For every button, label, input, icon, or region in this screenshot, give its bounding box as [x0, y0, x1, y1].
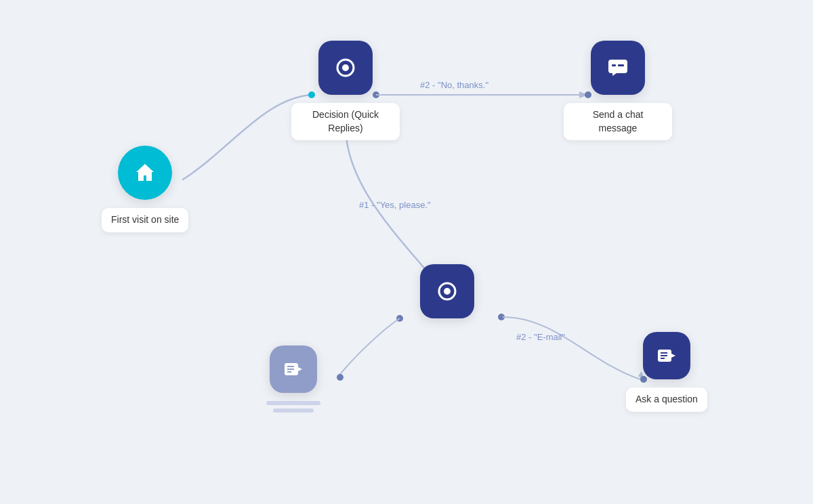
svg-rect-15: [612, 64, 616, 66]
send-chat-node[interactable]: Send a chat message: [564, 41, 672, 140]
forward-icon[interactable]: [270, 345, 317, 393]
flow-canvas: First visit on site Decision (Quick Repl…: [0, 0, 813, 504]
edge-label-email: #2 - "E-mail": [516, 332, 565, 342]
connections-svg: [0, 0, 813, 504]
svg-point-11: [337, 374, 343, 381]
ask-question-node[interactable]: Ask a question: [626, 332, 707, 412]
forward-node[interactable]: [266, 345, 320, 413]
decision-top-label: Decision (Quick Replies): [291, 103, 400, 140]
svg-point-18: [444, 288, 451, 295]
edge-label-yes-please: #1 - "Yes, please.": [359, 200, 431, 210]
send-chat-label: Send a chat message: [564, 103, 672, 140]
decision-top-node[interactable]: Decision (Quick Replies): [291, 41, 400, 140]
decision-top-icon[interactable]: [318, 41, 373, 95]
edge-label-no-thanks: #2 - "No, thanks.": [420, 80, 488, 90]
first-visit-icon[interactable]: [118, 146, 172, 200]
forward-node-bars: [266, 401, 320, 413]
first-visit-node[interactable]: First visit on site: [102, 146, 188, 232]
svg-rect-14: [608, 60, 627, 73]
send-chat-icon[interactable]: [591, 41, 645, 95]
svg-rect-16: [618, 64, 624, 66]
svg-point-13: [342, 64, 349, 71]
decision-mid-node[interactable]: [420, 264, 474, 318]
svg-point-8: [396, 315, 403, 322]
ask-question-icon[interactable]: [643, 332, 690, 379]
ask-question-label: Ask a question: [626, 387, 707, 412]
first-visit-label: First visit on site: [102, 208, 188, 232]
svg-point-7: [498, 314, 505, 320]
decision-mid-icon[interactable]: [420, 264, 474, 318]
